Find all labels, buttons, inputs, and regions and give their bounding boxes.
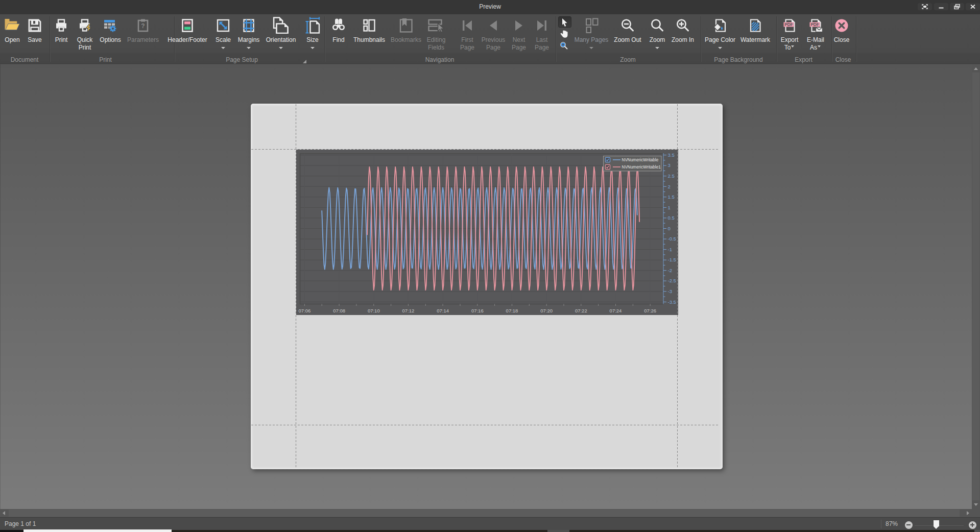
svg-text:07:22: 07:22 [575, 308, 587, 313]
svg-text:-1.5: -1.5 [667, 257, 676, 262]
svg-text:07:20: 07:20 [540, 308, 553, 313]
svg-text:0.5: 0.5 [667, 215, 674, 221]
svg-text:-3: -3 [667, 288, 672, 294]
svg-text:07:10: 07:10 [367, 308, 379, 313]
svg-text:3: 3 [667, 162, 670, 168]
svg-text:07:26: 07:26 [644, 308, 656, 313]
svg-text:07:16: 07:16 [471, 308, 483, 313]
svg-text:2.5: 2.5 [667, 173, 674, 179]
svg-text:NVNumericWritable: NVNumericWritable [622, 158, 658, 162]
svg-text:-1: -1 [667, 247, 672, 252]
svg-text:1: 1 [667, 205, 670, 210]
svg-text:07:24: 07:24 [609, 308, 622, 313]
svg-text:07:06: 07:06 [298, 308, 310, 313]
svg-text:-2: -2 [667, 268, 672, 273]
svg-text:0: 0 [667, 226, 670, 231]
svg-text:07:18: 07:18 [506, 308, 518, 313]
svg-text:1.5: 1.5 [667, 194, 674, 200]
svg-text:-2.5: -2.5 [667, 278, 676, 283]
svg-text:NVNumericWritable1: NVNumericWritable1 [622, 165, 661, 170]
svg-text:PDF: PDF [784, 22, 793, 27]
svg-text:07:08: 07:08 [333, 308, 345, 313]
svg-text:2: 2 [667, 184, 670, 189]
svg-text:07:12: 07:12 [402, 308, 414, 313]
svg-text:PDF: PDF [810, 22, 819, 27]
svg-text:-3.5: -3.5 [667, 299, 676, 305]
svg-text:?: ? [141, 22, 145, 30]
svg-text:07:14: 07:14 [437, 308, 449, 313]
svg-text:-0.5: -0.5 [667, 236, 676, 241]
svg-text:3.5: 3.5 [667, 152, 674, 158]
